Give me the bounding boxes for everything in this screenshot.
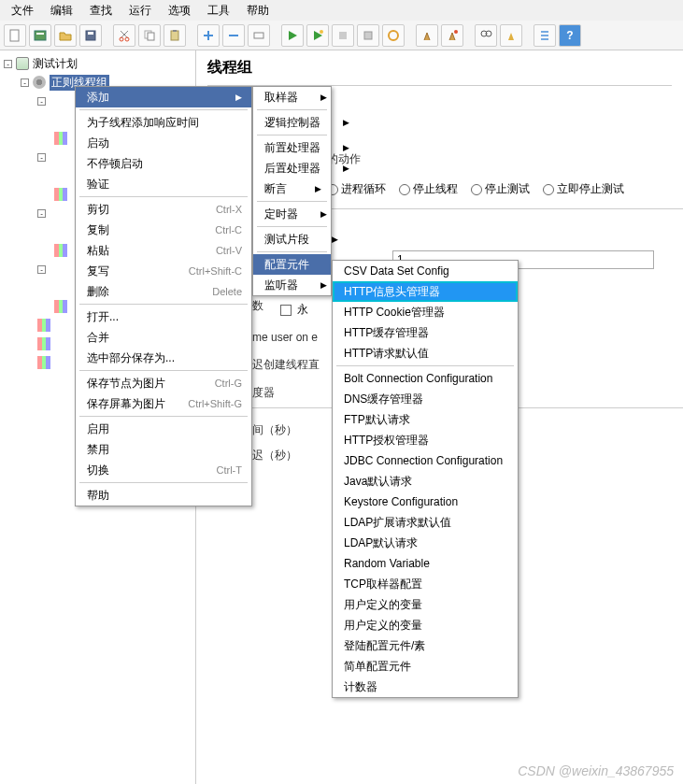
menu-item[interactable]: 启用: [76, 419, 251, 439]
menu-item[interactable]: 粘贴Ctrl-V: [76, 240, 251, 261]
toggle-icon[interactable]: -: [21, 78, 29, 87]
menu-item[interactable]: 剪切Ctrl-X: [76, 199, 251, 220]
save-icon[interactable]: [79, 24, 102, 47]
svg-rect-14: [364, 32, 372, 39]
listener-icon: [54, 244, 67, 257]
menu-item[interactable]: 打开...: [76, 306, 251, 327]
menu-item[interactable]: Keystore Configuration: [333, 492, 518, 512]
menu-options[interactable]: 选项: [161, 1, 198, 21]
paste-icon[interactable]: [164, 24, 186, 47]
menu-item[interactable]: 用户定义的变量: [333, 594, 518, 615]
menu-item[interactable]: 逻辑控制器▶: [253, 112, 331, 133]
toggle-icon[interactable]: [248, 24, 270, 47]
sampler-icon: [50, 263, 63, 276]
menu-item[interactable]: 复制Ctrl-C: [76, 220, 251, 240]
toggle-icon[interactable]: -: [37, 153, 46, 162]
menu-item[interactable]: FTP默认请求: [333, 409, 518, 430]
menu-item[interactable]: 计数器: [333, 677, 518, 697]
context-menu: 添加▶为子线程添加响应时间启动不停顿启动验证剪切Ctrl-X复制Ctrl-C粘贴…: [75, 86, 252, 506]
toggle-icon[interactable]: -: [4, 60, 12, 68]
function-icon[interactable]: [500, 24, 522, 47]
start-notimers-icon[interactable]: [306, 24, 329, 47]
menu-item[interactable]: 监听器▶: [253, 275, 331, 295]
menu-item[interactable]: 为子线程添加响应时间: [76, 112, 251, 133]
stop-icon[interactable]: [332, 24, 354, 47]
menu-item[interactable]: Random Variable: [333, 553, 518, 574]
menu-item[interactable]: 删除Delete: [76, 281, 251, 302]
menu-item[interactable]: 前置处理器▶: [253, 137, 331, 158]
menu-item[interactable]: HTTP Cookie管理器: [333, 302, 518, 322]
menu-item[interactable]: 禁用: [76, 439, 251, 460]
menu-item[interactable]: 测试片段▶: [253, 229, 331, 249]
watermark: CSDN @weixin_43867955: [518, 763, 674, 778]
copy-icon[interactable]: [138, 24, 161, 47]
menu-item[interactable]: 验证: [76, 174, 251, 194]
collapse-icon[interactable]: [222, 24, 245, 47]
menu-item[interactable]: TCP取样器配置: [333, 574, 518, 594]
start-icon[interactable]: [281, 24, 304, 47]
label-frag: 度器: [252, 385, 275, 401]
cut-icon[interactable]: [113, 24, 135, 47]
menu-item[interactable]: 简单配置元件: [333, 656, 518, 677]
menu-item[interactable]: 配置元件▶: [253, 254, 331, 275]
menu-item[interactable]: 后置处理器▶: [253, 158, 331, 178]
toggle-icon[interactable]: -: [37, 209, 46, 218]
menu-item[interactable]: Bolt Connection Configuration: [333, 368, 518, 389]
clear-icon[interactable]: [382, 24, 405, 47]
toggle-icon[interactable]: -: [37, 97, 46, 106]
menu-item[interactable]: 不停顿启动: [76, 153, 251, 174]
menu-item[interactable]: HTTP信息头管理器: [333, 281, 518, 302]
menu-item[interactable]: 合并: [76, 327, 251, 348]
menu-item[interactable]: Java默认请求: [333, 471, 518, 492]
menu-item[interactable]: 断言▶: [253, 178, 331, 199]
radio-stopnow[interactable]: 立即停止测试: [543, 181, 624, 197]
label-frag: 间（秒）: [252, 422, 297, 438]
expand-icon[interactable]: [197, 24, 220, 47]
radio-loop[interactable]: 进程循环: [327, 181, 386, 197]
menu-item[interactable]: 登陆配置元件/素: [333, 635, 518, 656]
menu-edit[interactable]: 编辑: [43, 1, 80, 21]
help-icon[interactable]: ?: [559, 24, 581, 47]
menu-item[interactable]: 添加▶: [76, 87, 251, 107]
menu-file[interactable]: 文件: [4, 1, 41, 21]
menu-item[interactable]: HTTP授权管理器: [333, 430, 518, 450]
menu-item[interactable]: 定时器▶: [253, 204, 331, 224]
menu-item[interactable]: 切换Ctrl-T: [76, 460, 251, 480]
clear-all-icon[interactable]: [416, 24, 438, 47]
svg-rect-2: [36, 33, 44, 35]
listener-icon: [37, 356, 50, 369]
tree-root[interactable]: - 测试计划: [4, 54, 192, 73]
menu-item[interactable]: 启动: [76, 133, 251, 153]
list-icon[interactable]: [534, 24, 556, 47]
menu-item[interactable]: 用户定义的变量: [333, 615, 518, 635]
menu-help[interactable]: 帮助: [239, 1, 277, 21]
svg-rect-4: [88, 32, 93, 35]
menu-tools[interactable]: 工具: [200, 1, 237, 21]
menu-item[interactable]: 取样器▶: [253, 87, 331, 107]
menu-item[interactable]: 选中部分保存为...: [76, 348, 251, 368]
clear-all2-icon[interactable]: [441, 24, 463, 47]
menu-item[interactable]: LDAP默认请求: [333, 533, 518, 553]
menu-run[interactable]: 运行: [121, 1, 159, 21]
menu-item[interactable]: LDAP扩展请求默认值: [333, 512, 518, 533]
menu-item[interactable]: 保存屏幕为图片Ctrl+Shift-G: [76, 393, 251, 414]
menu-item[interactable]: HTTP缓存管理器: [333, 322, 518, 343]
menu-item[interactable]: 复写Ctrl+Shift-C: [76, 261, 251, 281]
search-icon[interactable]: [475, 24, 497, 47]
label-frag: 数: [252, 298, 263, 314]
forever-checkbox[interactable]: [280, 305, 292, 316]
shutdown-icon[interactable]: [357, 24, 379, 47]
open-icon[interactable]: [54, 24, 77, 47]
templates-icon[interactable]: [29, 24, 51, 47]
new-icon[interactable]: [4, 24, 26, 47]
menu-item[interactable]: 帮助: [76, 485, 251, 506]
radio-stopthread[interactable]: 停止线程: [399, 181, 458, 197]
menu-item[interactable]: 保存节点为图片Ctrl-G: [76, 373, 251, 393]
toggle-icon[interactable]: -: [37, 265, 46, 274]
menu-search[interactable]: 查找: [82, 1, 120, 21]
menu-item[interactable]: JDBC Connection Configuration: [333, 450, 518, 471]
menu-item[interactable]: CSV Data Set Config: [333, 261, 518, 281]
menu-item[interactable]: DNS缓存管理器: [333, 389, 518, 409]
radio-stoptest[interactable]: 停止测试: [471, 181, 530, 197]
menu-item[interactable]: HTTP请求默认值: [333, 343, 518, 363]
